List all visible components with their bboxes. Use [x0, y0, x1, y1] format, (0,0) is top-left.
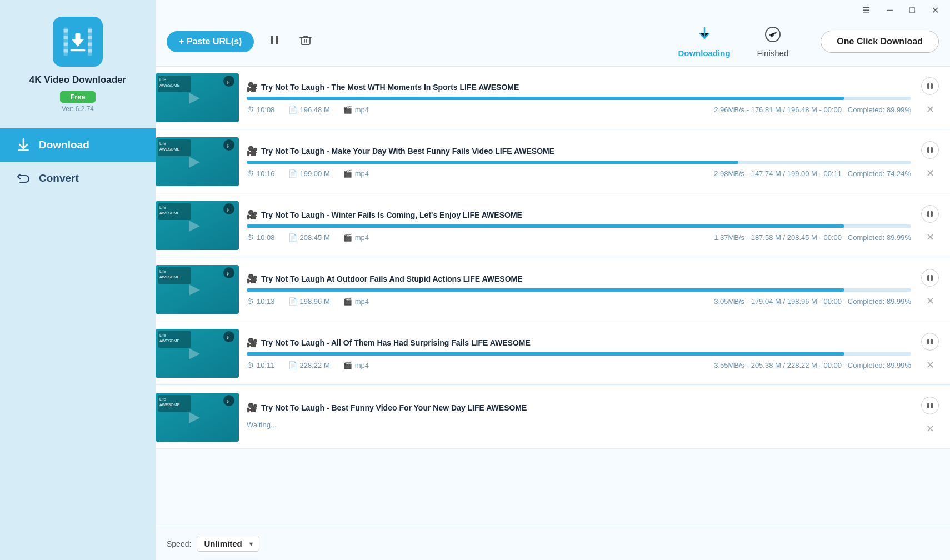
duration-item: ⏱ 10:11	[247, 361, 275, 369]
format-icon: 🎬	[343, 297, 352, 306]
size-value: 198.96 M	[300, 297, 330, 306]
progress-bar	[247, 288, 844, 292]
download-actions: ✕	[919, 393, 941, 442]
pause-button[interactable]	[921, 333, 939, 351]
svg-rect-5	[64, 43, 68, 46]
download-actions: ✕	[919, 73, 941, 122]
svg-rect-7	[88, 29, 92, 33]
pause-button[interactable]	[921, 397, 939, 414]
paste-url-button[interactable]: + Paste URL(s)	[167, 31, 254, 52]
size-item: 📄 208.45 M	[288, 233, 330, 242]
svg-rect-6	[64, 49, 68, 53]
close-button[interactable]: ✕	[928, 4, 942, 17]
svg-rect-10	[88, 49, 92, 53]
svg-rect-8	[88, 36, 92, 39]
download-item: Life AWESOME ♪ 🎥 Try Not To Laugh - Best…	[156, 386, 950, 449]
download-thumbnail: Life AWESOME ♪	[156, 73, 239, 122]
download-title: 🎥 Try Not To Laugh - All Of Them Has Had…	[247, 337, 911, 348]
pause-all-button[interactable]	[264, 32, 285, 52]
duration-item: ⏱ 10:16	[247, 169, 275, 178]
remove-button[interactable]: ✕	[921, 101, 939, 118]
delete-button[interactable]	[295, 32, 316, 52]
svg-rect-13	[71, 49, 86, 52]
tab-downloading[interactable]: Downloading	[678, 26, 730, 58]
download-info: 🎥 Try Not To Laugh - Winter Fails Is Com…	[247, 201, 911, 250]
svg-rect-38	[931, 147, 933, 153]
download-status: 1.37MB/s - 187.58 M / 208.45 M - 00:00 C…	[714, 233, 911, 242]
download-title: 🎥 Try Not To Laugh - Best Funny Video Fo…	[247, 402, 911, 413]
free-badge: Free	[60, 91, 95, 103]
tabs-container: Downloading Finished	[678, 26, 788, 58]
main-panel: ☰ ─ □ ✕ + Paste URL(s)	[156, 0, 950, 560]
svg-rect-28	[931, 83, 933, 89]
svg-text:AWESOME: AWESOME	[159, 403, 180, 407]
svg-rect-16	[276, 36, 278, 44]
pause-button[interactable]	[921, 141, 939, 159]
svg-text:♪: ♪	[226, 78, 229, 85]
maximize-button[interactable]: □	[906, 4, 918, 16]
download-actions: ✕	[919, 201, 941, 250]
downloading-tab-label: Downloading	[678, 48, 730, 58]
download-item: Life AWESOME ♪ 🎥 Try Not To Laugh - All …	[156, 322, 950, 385]
pause-button[interactable]	[921, 269, 939, 287]
size-value: 208.45 M	[300, 233, 330, 242]
pause-button[interactable]	[921, 77, 939, 95]
svg-rect-15	[271, 36, 273, 44]
download-item: Life AWESOME ♪ 🎥 Try Not To Laugh - Make…	[156, 131, 950, 193]
svg-rect-17	[301, 37, 310, 44]
duration-value: 10:16	[257, 169, 275, 178]
download-meta: ⏱ 10:11 📄 228.22 M 🎬 mp4 3.55MB/s - 205.…	[247, 361, 911, 369]
app-logo	[53, 17, 103, 67]
progress-bar-container	[247, 161, 911, 164]
speed-label: Speed:	[167, 539, 191, 548]
bottom-bar: Speed: Unlimited5 MB/s2 MB/s1 MB/s512 KB…	[156, 527, 950, 560]
sidebar-item-download[interactable]: Download	[0, 128, 156, 162]
remove-button[interactable]: ✕	[921, 228, 939, 246]
format-icon: 🎬	[343, 106, 352, 114]
svg-rect-67	[927, 339, 929, 344]
one-click-download-button[interactable]: One Click Download	[821, 31, 939, 53]
remove-button[interactable]: ✕	[921, 164, 939, 182]
download-title: 🎥 Try Not To Laugh At Outdoor Fails And …	[247, 273, 911, 284]
format-value: mp4	[355, 106, 369, 114]
size-item: 📄 198.96 M	[288, 297, 330, 306]
speed-select[interactable]: Unlimited5 MB/s2 MB/s1 MB/s512 KB/s	[197, 536, 259, 552]
remove-button[interactable]: ✕	[921, 420, 939, 438]
format-value: mp4	[355, 361, 369, 369]
media-icon: 🎥	[247, 82, 258, 92]
download-status: 2.98MB/s - 147.74 M / 199.00 M - 00:11 C…	[714, 169, 911, 178]
svg-rect-47	[927, 211, 929, 217]
svg-text:AWESOME: AWESOME	[159, 211, 180, 215]
format-value: mp4	[355, 297, 369, 306]
clock-icon: ⏱	[247, 297, 254, 306]
speed-select-wrap: Unlimited5 MB/s2 MB/s1 MB/s512 KB/s	[197, 536, 259, 552]
progress-bar-container	[247, 352, 911, 356]
download-actions: ✕	[919, 137, 941, 186]
remove-button[interactable]: ✕	[921, 356, 939, 374]
progress-bar	[247, 97, 844, 100]
remove-button[interactable]: ✕	[921, 292, 939, 310]
waiting-text: Waiting...	[247, 417, 911, 432]
file-icon: 📄	[288, 297, 297, 306]
app-name: 4K Video Downloader	[29, 74, 126, 86]
minimize-button[interactable]: ─	[883, 4, 896, 16]
svg-text:♪: ♪	[226, 334, 229, 341]
duration-item: ⏱ 10:13	[247, 297, 275, 306]
svg-text:AWESOME: AWESOME	[159, 275, 180, 279]
svg-rect-48	[931, 211, 933, 217]
media-icon: 🎥	[247, 273, 258, 284]
download-actions: ✕	[919, 329, 941, 378]
pause-button[interactable]	[921, 205, 939, 223]
tab-finished[interactable]: Finished	[757, 26, 789, 58]
svg-rect-4	[64, 36, 68, 39]
svg-rect-57	[927, 275, 929, 281]
format-item: 🎬 mp4	[343, 361, 369, 369]
duration-value: 10:11	[257, 361, 275, 369]
clock-icon: ⏱	[247, 233, 254, 242]
format-value: mp4	[355, 233, 369, 242]
menu-button[interactable]: ☰	[859, 4, 873, 17]
svg-text:Life: Life	[159, 78, 166, 82]
download-title-text: Try Not To Laugh - Best Funny Video For …	[261, 403, 527, 412]
sidebar-item-convert[interactable]: Convert	[0, 162, 156, 195]
download-status: 3.05MB/s - 179.04 M / 198.96 M - 00:00 C…	[714, 297, 911, 306]
